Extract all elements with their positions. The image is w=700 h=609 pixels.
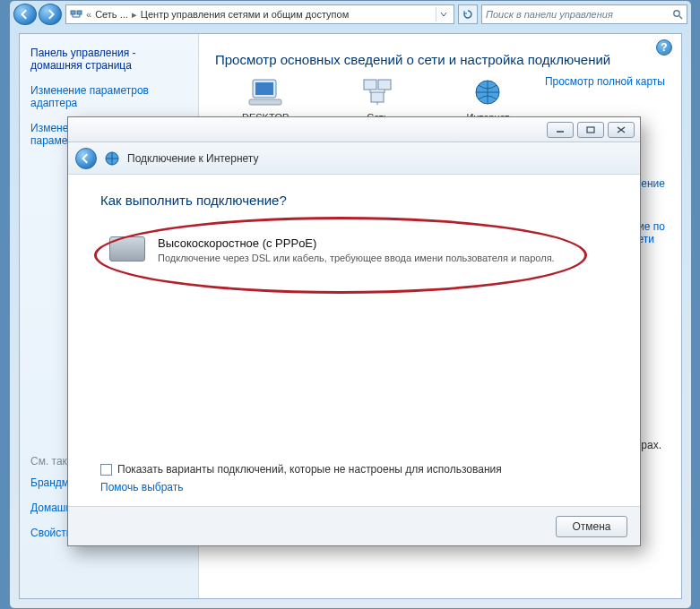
network-icon [70,8,82,21]
help-choose-link[interactable]: Помочь выбрать [100,481,608,493]
wizard-question: Как выполнить подключение? [100,193,608,208]
svg-rect-5 [255,82,273,95]
svg-rect-0 [71,11,75,14]
minimize-icon [556,126,565,133]
address-dropdown[interactable] [436,7,450,21]
refresh-icon [462,9,473,20]
computer-icon [247,78,283,108]
show-unconfigured-row[interactable]: Показать варианты подключений, которые н… [100,463,608,476]
breadcrumb-item[interactable]: Сеть ... [95,9,128,20]
breadcrumb-sep: ▸ [132,9,137,21]
svg-rect-8 [378,80,391,90]
checkbox[interactable] [100,464,112,476]
network-devices-icon [360,78,394,108]
search-icon [672,9,683,20]
modem-icon [109,236,145,262]
svg-rect-6 [249,99,281,105]
breadcrumb-item[interactable]: Центр управления сетями и общим доступом [141,9,349,20]
close-icon [617,126,626,133]
svg-point-2 [674,11,679,16]
change-adapter-link[interactable]: Изменение параметров адаптера [30,84,187,109]
arrow-left-icon [20,9,30,20]
maximize-button[interactable] [577,122,604,138]
svg-rect-1 [77,11,82,14]
titlebar: « Сеть ... ▸ Центр управления сетями и о… [10,1,691,28]
breadcrumb-prefix: « [86,9,91,20]
svg-line-3 [679,16,682,19]
view-full-map-link[interactable]: Просмотр полной карты [545,75,665,88]
maximize-icon [586,126,595,133]
connect-to-internet-wizard: Подключение к Интернету Как выполнить по… [67,116,641,546]
wizard-header: Подключение к Интернету [68,142,640,175]
svg-rect-7 [364,80,376,90]
wizard-footer: Отмена [68,506,640,545]
option-desc: Подключение через DSL или кабель, требую… [158,252,595,265]
search-input[interactable]: Поиск в панели управления [481,4,687,24]
arrow-right-icon [45,9,56,20]
page-heading: Просмотр основных сведений о сети и наст… [215,52,665,67]
address-bar[interactable]: « Сеть ... ▸ Центр управления сетями и о… [65,4,454,24]
help-icon: ? [661,41,667,54]
minimize-button[interactable] [547,122,574,138]
globe-icon [471,78,504,108]
wizard-lower: Показать варианты подключений, которые н… [100,463,608,493]
chevron-down-icon [440,11,447,18]
wizard-body: Как выполнить подключение? Высокоскорост… [68,175,640,506]
close-button[interactable] [608,122,635,138]
wizard-titlebar [68,117,640,142]
nav-forward-button[interactable] [39,4,62,25]
refresh-button[interactable] [458,4,478,24]
svg-rect-12 [587,127,594,133]
globe-small-icon [104,150,120,167]
option-pppoe[interactable]: Высокоскоростное (с PPPoE) Подключение ч… [100,227,608,276]
help-button[interactable]: ? [656,39,672,56]
nav-buttons [13,4,62,25]
nav-back-button[interactable] [13,4,37,25]
control-panel-home-link[interactable]: Панель управления - домашняя страница [30,47,187,72]
text: параме [30,134,67,147]
text: Измене [30,122,68,134]
search-placeholder: Поиск в панели управления [486,9,613,20]
checkbox-label: Показать варианты подключений, которые н… [117,463,502,476]
wizard-title: Подключение к Интернету [127,152,259,165]
arrow-left-icon [81,153,91,164]
wizard-back-button[interactable] [75,148,97,169]
cancel-button[interactable]: Отмена [556,516,627,537]
option-title: Высокоскоростное (с PPPoE) [158,236,595,250]
svg-rect-9 [371,92,384,102]
